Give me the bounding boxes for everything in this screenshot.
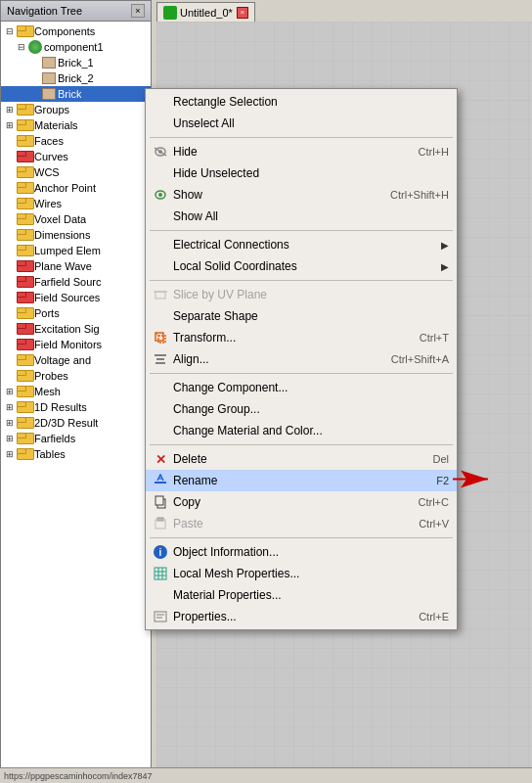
tree-item-materials[interactable]: ⊞ Materials	[1, 117, 151, 133]
expander-2d3d[interactable]: ⊞	[3, 416, 17, 430]
tree-item-dimensions[interactable]: Dimensions	[1, 227, 151, 243]
menu-item-object-information[interactable]: i Object Information...	[146, 541, 457, 563]
separator-1	[150, 137, 453, 138]
tree-item-components[interactable]: ⊟ Components	[1, 23, 151, 39]
svg-rect-12	[156, 358, 164, 360]
tab-untitled0[interactable]: Untitled_0* ×	[156, 2, 255, 22]
tree-item-probes[interactable]: Probes	[1, 368, 151, 384]
menu-item-hide-unselected[interactable]: Hide Unselected	[146, 162, 457, 184]
folder-field-src	[17, 292, 32, 303]
menu-item-rename[interactable]: Rename F2	[146, 470, 457, 491]
tree-item-field-monitors[interactable]: Field Monitors	[1, 337, 151, 352]
menu-item-local-mesh-properties[interactable]: Local Mesh Properties...	[146, 563, 457, 584]
menu-item-local-solid-coordinates[interactable]: Local Solid Coordinates ▶	[146, 255, 457, 277]
menu-item-hide[interactable]: Hide Ctrl+H	[146, 141, 457, 162]
expander-materials[interactable]: ⊞	[3, 118, 17, 132]
tree-item-tables[interactable]: ⊞ Tables	[1, 446, 151, 462]
separator-6	[150, 537, 453, 538]
expander-1d[interactable]: ⊞	[3, 400, 17, 414]
menu-item-material-properties[interactable]: Material Properties...	[146, 584, 457, 606]
menu-label-transform: Transform...	[173, 331, 400, 345]
tree-item-brick2[interactable]: ▶ Brick_2	[1, 70, 151, 86]
align-icon	[152, 350, 169, 368]
menu-item-align[interactable]: Align... Ctrl+Shift+A	[146, 348, 457, 370]
svg-rect-9	[158, 336, 165, 343]
folder-ports	[17, 307, 32, 319]
menu-item-show-all[interactable]: Show All	[146, 206, 457, 227]
folder-excit	[17, 323, 32, 335]
menu-item-change-component[interactable]: Change Component...	[146, 377, 457, 398]
menu-item-rectangle-selection[interactable]: Rectangle Selection	[146, 91, 457, 113]
delete-icon: ✕	[152, 450, 169, 468]
tree-item-brick-editing[interactable]: ▶ Brick	[1, 86, 151, 102]
folder-faces	[17, 135, 32, 147]
hide-icon	[152, 143, 169, 161]
folder-wcs	[17, 166, 32, 178]
tree-item-mesh[interactable]: ⊞ Mesh	[1, 384, 151, 399]
show-icon	[152, 186, 169, 204]
folder-farfield-src	[17, 276, 32, 288]
menu-item-unselect-all[interactable]: Unselect All	[146, 113, 457, 134]
tree-item-farfields[interactable]: ⊞ Farfields	[1, 431, 151, 446]
tree-item-brick1[interactable]: ▶ Brick_1	[1, 55, 151, 70]
transform-icon	[152, 329, 169, 346]
menu-label-slice-uv: Slice by UV Plane	[173, 288, 449, 301]
navigation-tree-panel: Navigation Tree × ⊟ Components ⊟ compone…	[0, 0, 152, 783]
menu-label-change-material: Change Material and Color...	[173, 424, 449, 438]
menu-item-slice-uv[interactable]: Slice by UV Plane	[146, 284, 457, 305]
brick-icon-2	[42, 72, 56, 84]
menu-item-change-group[interactable]: Change Group...	[146, 398, 457, 420]
label-wcs: WCS	[34, 166, 60, 178]
menu-item-paste[interactable]: Paste Ctrl+V	[146, 513, 457, 534]
expander-components[interactable]: ⊟	[3, 24, 17, 38]
folder-materials	[17, 119, 32, 131]
tree-item-excitation-sig[interactable]: Excitation Sig	[1, 321, 151, 337]
menu-item-delete[interactable]: ✕ Delete Del	[146, 448, 457, 470]
menu-item-properties[interactable]: Properties... Ctrl+E	[146, 606, 457, 627]
tab-icon	[163, 6, 177, 20]
expander-groups[interactable]: ⊞	[3, 103, 17, 116]
tree-item-curves[interactable]: Curves	[1, 149, 151, 164]
menu-item-show[interactable]: Show Ctrl+Shift+H	[146, 184, 457, 206]
tree-item-voltage-and[interactable]: Voltage and	[1, 352, 151, 368]
tree-item-lumped-elem[interactable]: Lumped Elem	[1, 243, 151, 258]
menu-item-transform[interactable]: Transform... Ctrl+T	[146, 327, 457, 348]
folder-icon-components	[17, 25, 32, 37]
tree-item-1d-results[interactable]: ⊞ 1D Results	[1, 399, 151, 415]
menu-item-copy[interactable]: Copy Ctrl+C	[146, 491, 457, 513]
expander-component1[interactable]: ⊟	[15, 40, 28, 54]
label-mesh: Mesh	[34, 386, 61, 397]
nav-title-bar: Navigation Tree ×	[1, 1, 151, 22]
expander-tables[interactable]: ⊞	[3, 447, 17, 461]
component-icon	[28, 40, 42, 54]
menu-item-electrical-connections[interactable]: Electrical Connections ▶	[146, 234, 457, 255]
tree-item-groups[interactable]: ⊞ Groups	[1, 102, 151, 117]
menu-item-separate-shape[interactable]: Separate Shape	[146, 305, 457, 327]
tree-item-anchor-point[interactable]: Anchor Point	[1, 180, 151, 196]
mesh-props-icon	[152, 565, 169, 582]
tree-item-component1[interactable]: ⊟ component1	[1, 39, 151, 55]
label-1d: 1D Results	[34, 401, 87, 413]
menu-item-change-material-color[interactable]: Change Material and Color...	[146, 420, 457, 441]
tree-item-field-sources[interactable]: Field Sources	[1, 290, 151, 305]
tab-close-button[interactable]: ×	[237, 7, 248, 19]
menu-shortcut-copy: Ctrl+C	[419, 496, 449, 508]
menu-shortcut-delete: Del	[432, 453, 449, 465]
svg-point-5	[158, 193, 162, 197]
tree-item-plane-wave[interactable]: Plane Wave	[1, 258, 151, 274]
label-components: Components	[34, 25, 95, 37]
separator-2	[150, 230, 453, 231]
tree-item-wires[interactable]: Wires	[1, 196, 151, 211]
tree-item-ports[interactable]: Ports	[1, 305, 151, 321]
expander-mesh[interactable]: ⊞	[3, 385, 17, 398]
expander-farfields[interactable]: ⊞	[3, 432, 17, 445]
tree-item-faces[interactable]: ⊞ Faces	[1, 133, 151, 149]
tree-item-farfield-source[interactable]: Farfield Sourc	[1, 274, 151, 290]
tree-item-2d3d-results[interactable]: ⊞ 2D/3D Result	[1, 415, 151, 431]
tree-item-voxel-data[interactable]: Voxel Data	[1, 211, 151, 227]
svg-rect-26	[155, 612, 166, 622]
folder-mesh	[17, 386, 32, 397]
tree-item-wcs[interactable]: WCS	[1, 164, 151, 180]
folder-groups	[17, 104, 32, 115]
nav-close-button[interactable]: ×	[131, 4, 145, 18]
